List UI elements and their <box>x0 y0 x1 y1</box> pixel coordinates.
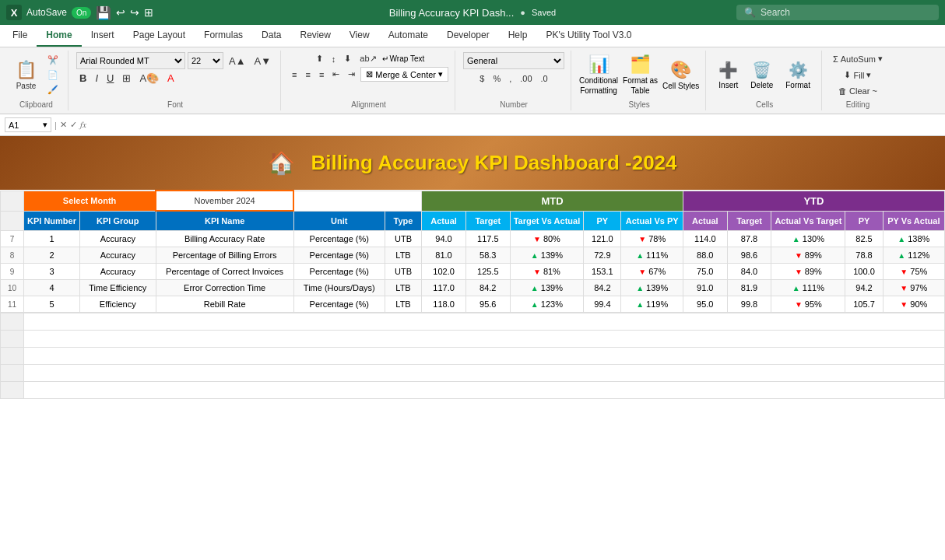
unit-cell[interactable]: Percentage (%) <box>293 264 385 280</box>
tab-data[interactable]: Data <box>252 25 290 47</box>
mtd-actual-cell[interactable]: 81.0 <box>422 247 466 264</box>
autosum-button[interactable]: Σ AutoSum ▾ <box>830 52 886 65</box>
type-cell[interactable]: UTB <box>385 264 421 280</box>
kpi-name-cell[interactable]: Percentage of Billing Errors <box>156 247 293 264</box>
mtd-py-cell[interactable]: 84.2 <box>584 280 621 296</box>
redo-icon[interactable]: ↪ <box>130 6 139 19</box>
orientation-button[interactable]: ab↗ <box>357 52 379 65</box>
wrap-text-btn[interactable]: ↵ Wrap Text <box>382 54 425 63</box>
merge-center-button[interactable]: ⊠ Merge & Center ▾ <box>360 67 448 82</box>
ytd-avt-cell[interactable]: ▼ 89% <box>771 247 845 264</box>
tab-insert[interactable]: Insert <box>82 25 124 47</box>
ytd-actual-cell[interactable]: 75.0 <box>683 264 727 280</box>
tab-pk-utility[interactable]: PK's Utility Tool V3.0 <box>536 25 641 47</box>
ytd-pva-cell[interactable]: ▼ 75% <box>883 264 944 280</box>
type-cell[interactable]: LTB <box>385 280 421 296</box>
tab-page-layout[interactable]: Page Layout <box>124 25 195 47</box>
cut-button[interactable]: ✂️ <box>44 54 61 67</box>
mtd-py-cell[interactable]: 121.0 <box>584 231 621 247</box>
unit-cell[interactable]: Percentage (%) <box>293 231 385 247</box>
ytd-avt-cell[interactable]: ▲ 130% <box>771 231 845 247</box>
kpi-group-cell[interactable]: Time Efficiency <box>79 280 156 296</box>
right-align-button[interactable]: ≡ <box>316 68 327 81</box>
bold-button[interactable]: B <box>76 71 90 86</box>
clear-button[interactable]: 🗑 Clear ~ <box>835 85 880 97</box>
mtd-target-cell[interactable]: 117.5 <box>465 231 510 247</box>
autosave-toggle[interactable]: On <box>72 7 91 19</box>
mtd-avp-cell[interactable]: ▼ 67% <box>621 264 683 280</box>
format-painter-button[interactable]: 🖌️ <box>44 83 61 96</box>
ytd-actual-cell[interactable]: 88.0 <box>683 247 727 264</box>
mtd-target-cell[interactable]: 125.5 <box>465 264 510 280</box>
ytd-actual-cell[interactable]: 91.0 <box>683 280 727 296</box>
ytd-target-cell[interactable]: 84.0 <box>727 264 771 280</box>
paste-button[interactable]: 📋 Paste <box>11 57 41 93</box>
insert-button[interactable]: ➕ Insert <box>714 59 743 91</box>
fill-color-button[interactable]: A🎨 <box>136 71 162 86</box>
fill-button[interactable]: ⬇ Fill ▾ <box>841 68 874 82</box>
kpi-group-cell[interactable]: Accuracy <box>79 247 156 264</box>
mtd-target-cell[interactable]: 95.6 <box>465 296 510 313</box>
mtd-actual-cell[interactable]: 102.0 <box>422 264 466 280</box>
mtd-py-cell[interactable]: 72.9 <box>584 247 621 264</box>
month-value[interactable]: November 2024 <box>156 191 293 211</box>
ytd-avt-cell[interactable]: ▼ 89% <box>771 264 845 280</box>
type-cell[interactable]: LTB <box>385 247 421 264</box>
mtd-tva-cell[interactable]: ▲ 139% <box>510 280 584 296</box>
ytd-target-cell[interactable]: 81.9 <box>727 280 771 296</box>
decrease-decimal-button[interactable]: .00 <box>517 72 535 85</box>
font-name-select[interactable]: Arial Rounded MT <box>76 52 185 69</box>
kpi-number-cell[interactable]: 3 <box>24 264 80 280</box>
delete-button[interactable]: 🗑️ Delete <box>746 59 778 91</box>
type-cell[interactable]: UTB <box>385 231 421 247</box>
ytd-target-cell[interactable]: 99.8 <box>727 296 771 313</box>
tab-help[interactable]: Help <box>499 25 537 47</box>
ytd-actual-cell[interactable]: 114.0 <box>683 231 727 247</box>
ytd-py-cell[interactable]: 105.7 <box>845 296 883 313</box>
ytd-pva-cell[interactable]: ▼ 97% <box>883 280 944 296</box>
format-button[interactable]: ⚙️ Format <box>781 59 815 91</box>
copy-button[interactable]: 📄 <box>44 68 61 82</box>
tab-automate[interactable]: Automate <box>379 25 437 47</box>
kpi-name-cell[interactable]: Percentage of Correct Invoices <box>156 264 293 280</box>
ytd-target-cell[interactable]: 98.6 <box>727 247 771 264</box>
align-bottom-button[interactable]: ⬇ <box>341 52 354 65</box>
mtd-avp-cell[interactable]: ▼ 78% <box>621 231 683 247</box>
cell-styles-button[interactable]: 🎨 Cell Styles <box>662 60 699 90</box>
kpi-group-cell[interactable]: Accuracy <box>79 231 156 247</box>
borders-button[interactable]: ⊞ <box>119 71 134 86</box>
mtd-avp-cell[interactable]: ▲ 119% <box>621 296 683 313</box>
mtd-tva-cell[interactable]: ▼ 81% <box>510 264 584 280</box>
kpi-number-cell[interactable]: 5 <box>24 296 80 313</box>
underline-button[interactable]: U <box>104 71 117 86</box>
ytd-py-cell[interactable]: 94.2 <box>845 280 883 296</box>
confirm-formula-icon[interactable]: ✓ <box>70 120 77 130</box>
ytd-pva-cell[interactable]: ▲ 112% <box>883 247 944 264</box>
align-top-button[interactable]: ⬆ <box>313 52 326 65</box>
ytd-avt-cell[interactable]: ▲ 111% <box>771 280 845 296</box>
cell-reference-box[interactable]: A1 ▾ <box>5 117 51 132</box>
mtd-avp-cell[interactable]: ▲ 111% <box>621 247 683 264</box>
insert-function-icon[interactable]: 𝑓𝑥 <box>80 120 86 130</box>
formula-input[interactable] <box>90 119 940 131</box>
align-middle-button[interactable]: ↕ <box>328 53 339 65</box>
type-cell[interactable]: LTB <box>385 296 421 313</box>
mtd-actual-cell[interactable]: 117.0 <box>422 280 466 296</box>
cancel-formula-icon[interactable]: ✕ <box>60 120 67 130</box>
kpi-number-cell[interactable]: 2 <box>24 247 80 264</box>
ytd-py-cell[interactable]: 100.0 <box>845 264 883 280</box>
kpi-name-cell[interactable]: Billing Accuracy Rate <box>156 231 293 247</box>
undo-icon[interactable]: ↩ <box>116 6 125 19</box>
grid-icon[interactable]: ⊞ <box>144 6 153 19</box>
tab-home[interactable]: Home <box>37 25 81 47</box>
kpi-group-cell[interactable]: Accuracy <box>79 264 156 280</box>
tab-formulas[interactable]: Formulas <box>195 25 252 47</box>
search-bar[interactable]: 🔍 Search <box>736 5 939 20</box>
mtd-py-cell[interactable]: 99.4 <box>584 296 621 313</box>
increase-font-button[interactable]: A▲ <box>226 54 249 68</box>
increase-decimal-button[interactable]: .0 <box>538 72 551 85</box>
ytd-target-cell[interactable]: 87.8 <box>727 231 771 247</box>
kpi-name-cell[interactable]: Rebill Rate <box>156 296 293 313</box>
unit-cell[interactable]: Percentage (%) <box>293 296 385 313</box>
cell-ref-dropdown[interactable]: ▾ <box>43 120 47 130</box>
